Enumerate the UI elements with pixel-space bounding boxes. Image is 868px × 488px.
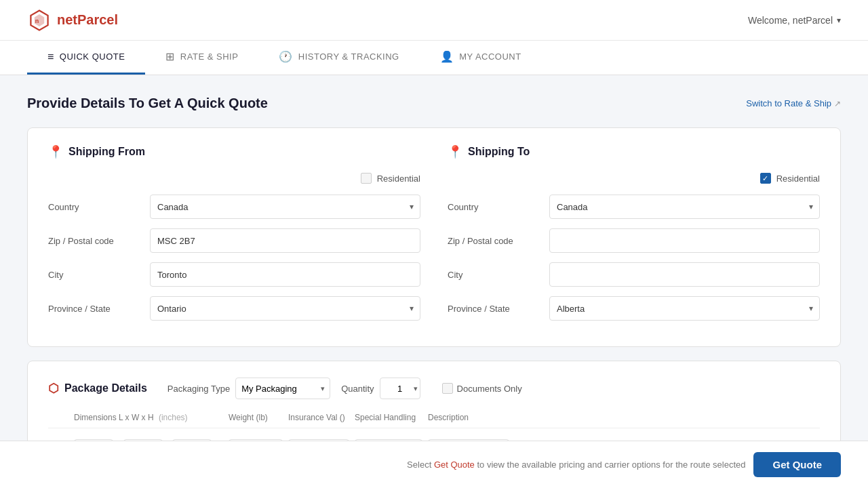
from-zip-input[interactable] — [150, 228, 420, 253]
documents-only-label: Documents Only — [457, 384, 522, 394]
quick-quote-icon: ≡ — [47, 51, 54, 63]
package-controls: Packaging Type My Packaging FedEx Box UP… — [167, 378, 522, 399]
to-province-label: Province / State — [448, 304, 542, 314]
from-zip-label: Zip / Postal code — [48, 236, 143, 246]
from-province-row: Province / State Ontario Quebec British … — [48, 296, 420, 321]
page-title: Provide Details To Get A Quick Quote — [27, 96, 268, 111]
tab-my-account[interactable]: 👤 MY ACCOUNT — [420, 41, 542, 75]
tab-history-label: HISTORY & TRACKING — [298, 52, 399, 62]
footer-bar: Select Get Quote to view the available p… — [0, 441, 868, 488]
logo: n netParcel — [27, 8, 118, 33]
to-province-row: Province / State Alberta Ontario Quebec … — [448, 296, 820, 321]
page-header: Provide Details To Get A Quick Quote Swi… — [27, 96, 841, 111]
tab-account-label: MY ACCOUNT — [459, 52, 521, 62]
location-to-icon: 📍 — [448, 144, 462, 159]
chevron-down-icon: ▾ — [837, 16, 841, 25]
shipping-from-title: 📍 Shipping From — [48, 144, 420, 159]
rate-ship-icon: ⊞ — [165, 50, 175, 63]
switch-link-text[interactable]: Switch to Rate & Ship — [746, 98, 831, 108]
from-country-row: Country Canada United States Mexico ▾ — [48, 195, 420, 219]
table-header: Dimensions L x W x H (inches) Weight (lb… — [48, 413, 820, 428]
to-zip-input[interactable] — [549, 228, 820, 253]
shipping-to-label: Shipping To — [468, 146, 530, 158]
col-special-handling: Special Handling — [355, 413, 422, 422]
to-country-select[interactable]: Canada United States Mexico — [549, 195, 820, 219]
main-content: Provide Details To Get A Quick Quote Swi… — [0, 75, 868, 488]
to-country-row: Country Canada United States Mexico ▾ — [448, 195, 820, 219]
to-country-label: Country — [448, 202, 542, 212]
logo-icon: n — [27, 8, 52, 33]
documents-only-checkbox[interactable] — [442, 383, 453, 394]
documents-only-group: Documents Only — [442, 383, 522, 394]
nav-tabs: ≡ QUICK QUOTE ⊞ RATE & SHIP 🕐 HISTORY & … — [0, 41, 868, 75]
col-dimensions: Dimensions L x W x H (inches) — [74, 413, 223, 422]
shipping-to-column: 📍 Shipping To ✓ Residential Country Cana… — [448, 144, 820, 330]
from-province-select-wrapper: Ontario Quebec British Columbia Alberta … — [150, 296, 420, 321]
col-description: Description — [428, 413, 509, 422]
to-city-row: City — [448, 262, 820, 287]
to-city-label: City — [448, 270, 542, 280]
get-quote-button[interactable]: Get Quote — [753, 452, 841, 477]
shipping-section: 📍 Shipping From Residential Country Cana… — [27, 127, 841, 347]
tab-history-tracking[interactable]: 🕐 HISTORY & TRACKING — [258, 41, 419, 75]
from-zip-row: Zip / Postal code — [48, 228, 420, 253]
to-province-select[interactable]: Alberta Ontario Quebec British Columbia … — [549, 296, 820, 321]
to-zip-label: Zip / Postal code — [448, 236, 542, 246]
residential-from-checkbox[interactable] — [361, 173, 372, 184]
col-insurance: Insurance Val () — [288, 413, 349, 422]
quantity-group: Quantity 1 2 3 4 5 ▾ — [341, 378, 420, 399]
shipping-to-title: 📍 Shipping To — [448, 144, 820, 159]
from-province-label: Province / State — [48, 304, 143, 314]
shipping-grid: 📍 Shipping From Residential Country Cana… — [48, 144, 820, 330]
residential-to-checkbox[interactable]: ✓ — [760, 173, 771, 184]
package-header: ⬡ Package Details Packaging Type My Pack… — [48, 378, 820, 399]
from-country-select[interactable]: Canada United States Mexico — [150, 195, 420, 219]
package-title-label: Package Details — [64, 382, 147, 394]
switch-rate-ship[interactable]: Switch to Rate & Ship ↗ — [746, 98, 841, 108]
quantity-label: Quantity — [341, 384, 374, 394]
from-country-label: Country — [48, 202, 143, 212]
from-city-row: City — [48, 262, 420, 287]
shipping-from-column: 📍 Shipping From Residential Country Cana… — [48, 144, 420, 330]
tab-rate-ship-label: RATE & SHIP — [180, 52, 238, 62]
from-province-select[interactable]: Ontario Quebec British Columbia Alberta … — [150, 296, 420, 321]
tab-quick-quote-label: QUICK QUOTE — [60, 52, 125, 62]
package-title: ⬡ Package Details — [48, 381, 147, 396]
from-city-label: City — [48, 270, 143, 280]
external-link-icon: ↗ — [834, 99, 841, 108]
from-city-input[interactable] — [150, 262, 420, 287]
svg-text:n: n — [35, 17, 39, 24]
quantity-select[interactable]: 1 2 3 4 5 — [380, 378, 420, 399]
packaging-type-wrapper: My Packaging FedEx Box UPS Express Box ▾ — [235, 378, 330, 399]
tab-rate-ship[interactable]: ⊞ RATE & SHIP — [145, 41, 258, 75]
col-actions — [515, 413, 753, 422]
packaging-type-group: Packaging Type My Packaging FedEx Box UP… — [167, 378, 330, 399]
residential-to-row: ✓ Residential — [448, 173, 820, 184]
welcome-dropdown[interactable]: Welcome, netParcel ▾ — [748, 15, 841, 26]
header: n netParcel Welcome, netParcel ▾ — [0, 0, 868, 41]
packaging-type-label: Packaging Type — [167, 384, 230, 394]
location-from-icon: 📍 — [48, 144, 63, 159]
from-country-select-wrapper: Canada United States Mexico ▾ — [150, 195, 420, 219]
to-province-select-wrapper: Alberta Ontario Quebec British Columbia … — [549, 296, 820, 321]
tab-quick-quote[interactable]: ≡ QUICK QUOTE — [27, 41, 145, 75]
to-country-select-wrapper: Canada United States Mexico ▾ — [549, 195, 820, 219]
logo-text: netParcel — [57, 12, 118, 28]
shipping-from-label: Shipping From — [68, 146, 145, 158]
quantity-wrapper: 1 2 3 4 5 ▾ — [380, 378, 420, 399]
packaging-type-select[interactable]: My Packaging FedEx Box UPS Express Box — [235, 378, 330, 399]
residential-from-row: Residential — [48, 173, 420, 184]
welcome-text: Welcome, netParcel — [748, 15, 833, 26]
get-quote-link[interactable]: Get Quote — [434, 460, 475, 470]
residential-from-label: Residential — [377, 174, 420, 184]
package-icon: ⬡ — [48, 381, 59, 396]
col-weight: Weight (lb) — [229, 413, 283, 422]
history-icon: 🕐 — [279, 50, 293, 63]
residential-to-label: Residential — [776, 174, 820, 184]
to-zip-row: Zip / Postal code — [448, 228, 820, 253]
to-city-input[interactable] — [549, 262, 820, 287]
col-num — [48, 413, 68, 422]
account-icon: 👤 — [440, 50, 454, 63]
footer-info-text: Select Get Quote to view the available p… — [407, 460, 745, 470]
